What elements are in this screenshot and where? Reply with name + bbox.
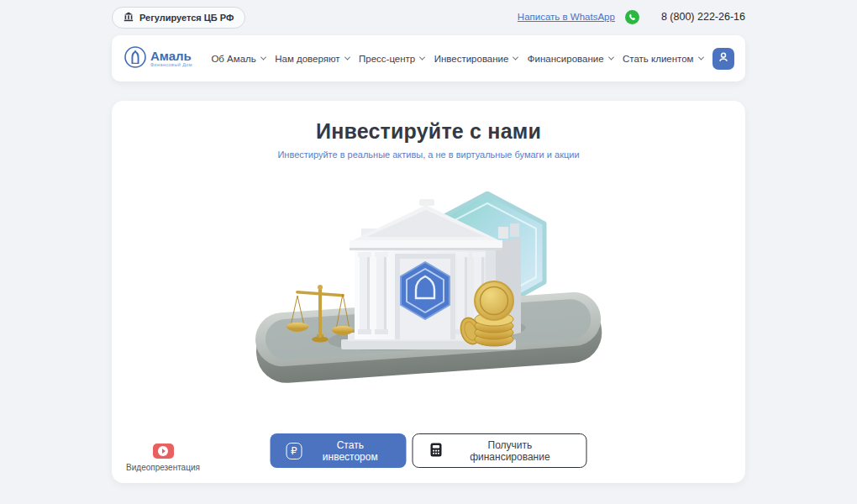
page-title: Инвестируйте с нами <box>112 119 745 144</box>
cbr-badge-label: Регулируется ЦБ РФ <box>139 13 234 23</box>
ruble-icon: ₽ <box>287 443 302 459</box>
logo-name: Амаль <box>150 50 192 62</box>
nav-item-about[interactable]: Об Амаль <box>211 54 265 64</box>
top-bar: Регулируется ЦБ РФ Написать в WhatsApp 8… <box>0 0 857 34</box>
main-navigation: Амаль Финансовый Дом Об Амаль Нам доверя… <box>112 35 745 81</box>
video-presentation-label: Видеопрезентация <box>123 463 203 472</box>
bank-icon <box>124 12 134 24</box>
chevron-down-icon <box>260 55 266 60</box>
nav-item-press[interactable]: Пресс-центр <box>359 54 424 64</box>
nav-item-financing[interactable]: Финансирование <box>528 54 613 64</box>
calculator-icon <box>429 443 442 459</box>
nav-item-label: Об Амаль <box>211 54 255 64</box>
chevron-down-icon <box>697 55 703 60</box>
hero-footer: Видеопрезентация ₽ Стать инвестором Полу… <box>112 433 745 468</box>
chevron-down-icon <box>419 55 425 60</box>
hero-illustration <box>235 192 622 391</box>
play-icon <box>153 444 174 459</box>
cbr-regulation-badge[interactable]: Регулируется ЦБ РФ <box>112 7 245 29</box>
account-icon <box>718 51 729 66</box>
become-investor-button[interactable]: ₽ Стать инвестором <box>271 433 407 468</box>
logo-tagline: Финансовый Дом <box>150 62 192 67</box>
phone-number: 8 (800) 222-26-16 <box>661 11 745 23</box>
nav-item-label: Пресс-центр <box>359 54 415 64</box>
nav-item-label: Инвестирование <box>434 54 509 64</box>
video-presentation[interactable]: Видеопрезентация <box>123 444 203 472</box>
whatsapp-link[interactable]: Написать в WhatsApp <box>518 12 615 22</box>
logo-icon <box>124 46 146 71</box>
nav-item-label: Стать клиентом <box>623 54 694 64</box>
get-financing-label: Получить финансирование <box>450 439 569 463</box>
logo[interactable]: Амаль Финансовый Дом <box>124 46 202 71</box>
page-subtitle: Инвестируйте в реальные активы, а не в в… <box>112 150 745 160</box>
nav-item-label: Финансирование <box>528 54 604 64</box>
become-investor-label: Стать инвестором <box>310 439 390 463</box>
chevron-down-icon <box>344 55 350 60</box>
chevron-down-icon <box>513 55 518 60</box>
chevron-down-icon <box>608 55 614 60</box>
nav-menu: Об Амаль Нам доверяют Пресс-центр Инвест… <box>202 54 712 64</box>
whatsapp-icon[interactable] <box>625 10 639 24</box>
nav-item-investing[interactable]: Инвестирование <box>434 54 518 64</box>
hero-section: Инвестируйте с нами Инвестируйте в реаль… <box>112 101 745 483</box>
get-financing-button[interactable]: Получить финансирование <box>412 433 586 468</box>
nav-item-trust[interactable]: Нам доверяют <box>275 54 349 64</box>
nav-item-label: Нам доверяют <box>275 54 339 64</box>
account-button[interactable] <box>712 48 734 70</box>
nav-item-become-client[interactable]: Стать клиентом <box>623 54 703 64</box>
